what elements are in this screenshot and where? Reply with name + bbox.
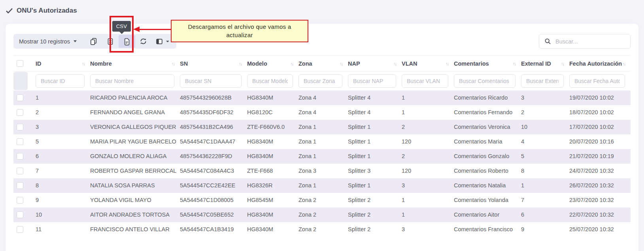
table-cell: HG8340M (247, 222, 298, 237)
table-cell: 7 (36, 164, 90, 178)
row-checkbox[interactable] (17, 153, 23, 160)
row-checkbox[interactable] (17, 138, 23, 145)
table-cell: 9 (521, 222, 569, 237)
table-cell: 10 (36, 208, 90, 222)
table-row: 1RICARDO PALENCIA AROCA485754432960628BH… (13, 91, 631, 105)
table-cell: 6 (36, 149, 90, 164)
annotation-arrow-line (139, 29, 176, 30)
table-cell: Zona 2 (298, 193, 348, 208)
page-length-dropdown[interactable]: Mostrar 10 registros (19, 38, 77, 45)
table-cell: Zona 1 (298, 134, 348, 149)
refresh-icon (139, 37, 147, 45)
table-cell: VERONICA GALLEGOS PIQUER (90, 120, 180, 134)
column-header-modelo[interactable]: Modelo↑↓ (247, 56, 298, 72)
column-visibility-button[interactable] (152, 35, 173, 48)
refresh-button[interactable] (135, 35, 152, 48)
sort-arrows-icon: ↑↓ (340, 61, 342, 66)
csv-tooltip-label: CSV (116, 23, 127, 29)
filter-cell (247, 72, 298, 91)
filter-input-comentarios[interactable] (454, 74, 516, 88)
column-label: VLAN (402, 60, 417, 67)
table-cell: 25/07/2020 10:32 (569, 222, 631, 237)
column-header-fecha-autorizaci-n[interactable]: Fecha Autorización↑↓ (569, 56, 631, 72)
row-checkbox[interactable] (17, 226, 23, 233)
filter-input-nap[interactable] (348, 74, 396, 88)
row-checkbox[interactable] (17, 168, 23, 174)
table-cell: 120 (402, 164, 454, 178)
row-checkbox[interactable] (17, 211, 23, 218)
excel-export-button[interactable] (102, 35, 119, 48)
row-select-cell (13, 149, 36, 164)
row-checkbox[interactable] (17, 94, 23, 101)
column-header-external-id[interactable]: External ID↑↓ (521, 56, 569, 72)
table-cell: Zona 1 (298, 120, 348, 134)
column-label: Modelo (247, 60, 267, 67)
column-header-vlan[interactable]: VLAN↑↓ (402, 56, 454, 72)
copy-button[interactable] (85, 35, 102, 48)
column-label: External ID (521, 60, 551, 67)
chevron-down-icon (166, 41, 169, 42)
row-select-cell (13, 193, 36, 208)
search-input[interactable] (555, 38, 625, 45)
filter-input-id[interactable] (36, 74, 85, 88)
table-cell: 4 (521, 134, 569, 149)
row-checkbox[interactable] (17, 182, 23, 189)
table-row: 5MARIA PILAR YAGUE BARCELO5A544547C1DAAA… (13, 134, 631, 149)
row-checkbox[interactable] (17, 109, 23, 116)
table-cell: Splitter 4 (348, 105, 402, 120)
filter-input-fecha-autorizaci-n[interactable] (569, 74, 625, 88)
filter-input-external-id[interactable] (521, 74, 564, 88)
table-cell: 21/07/2020 10:19 (569, 149, 631, 164)
table-cell: MARIA PILAR YAGUE BARCELO (90, 134, 180, 149)
table-cell: Splitter 2 (348, 222, 402, 237)
column-header-zona[interactable]: Zona↑↓ (298, 56, 348, 72)
filter-input-zona[interactable] (298, 74, 342, 88)
filter-input-nombre[interactable] (90, 74, 174, 88)
table-cell: Splitter 1 (348, 134, 402, 149)
filter-input-vlan[interactable] (402, 74, 448, 88)
table-cell: HG8120C (247, 105, 298, 120)
column-label: Zona (298, 60, 312, 67)
table-row: 8NATALIA SOSA PARRAS5A544547CC2E42EEHG83… (13, 178, 631, 193)
table-cell: HG8326R (247, 178, 298, 193)
table-row: 9YOLANDA VIGIL MAYO5A544547C1D08005HG854… (13, 193, 631, 208)
column-label: Nombre (90, 60, 112, 67)
column-header-sn[interactable]: SN↑↓ (180, 56, 247, 72)
table-cell: 23/07/2020 10:32 (569, 193, 631, 208)
table-cell: Zona 1 (298, 178, 348, 193)
sort-arrows-icon: ↑↓ (239, 61, 242, 66)
table-cell: 1 (402, 193, 454, 208)
column-header-nap[interactable]: NAP↑↓ (348, 56, 402, 72)
table-cell: 3 (521, 91, 569, 105)
row-checkbox[interactable] (17, 124, 23, 130)
table-cell: ZTE-F668 (247, 164, 298, 178)
column-header-comentarios[interactable]: Comentarios↑↓ (454, 56, 521, 72)
select-all-checkbox[interactable] (17, 60, 23, 67)
table-cell: 22/07/2020 10:32 (569, 208, 631, 222)
table-cell: YOLANDA VIGIL MAYO (90, 193, 180, 208)
column-header-nombre[interactable]: Nombre↑↓ (90, 56, 180, 72)
table-cell: Splitter 3 (348, 164, 402, 178)
table-cell: RICARDO PALENCIA AROCA (90, 91, 180, 105)
table-cell: 1 (521, 178, 569, 193)
table-cell: Comentarios Ricardo (454, 91, 521, 105)
table-cell: 26/07/2020 10:32 (569, 178, 631, 193)
table-cell: Splitter 1 (348, 178, 402, 193)
column-header-id[interactable]: ID↑↓ (36, 56, 90, 72)
table-cell: 6 (521, 208, 569, 222)
table-cell: 18/07/2020 10:02 (569, 105, 631, 120)
column-label: Fecha Autorización (569, 60, 622, 67)
filter-input-modelo[interactable] (247, 74, 293, 88)
table-cell: 2 (402, 149, 454, 164)
table-row: 6GONZALO MOLERO ALIAGA4857544362228F9DHG… (13, 149, 631, 164)
column-label: SN (180, 60, 188, 67)
table-cell: 5A544547C1DAAA47 (180, 134, 247, 149)
filter-input-sn[interactable] (180, 74, 242, 88)
row-checkbox[interactable] (17, 197, 23, 204)
table-cell: Comentarios Veronica (454, 120, 521, 134)
table-cell: FRANCISCO ANTELO VILLAR (90, 222, 180, 237)
table-cell: Comentarios Roberto (454, 164, 521, 178)
filter-cell (298, 72, 348, 91)
table-cell: 5A544547C05BE652 (180, 208, 247, 222)
table-cell: 9 (36, 193, 90, 208)
